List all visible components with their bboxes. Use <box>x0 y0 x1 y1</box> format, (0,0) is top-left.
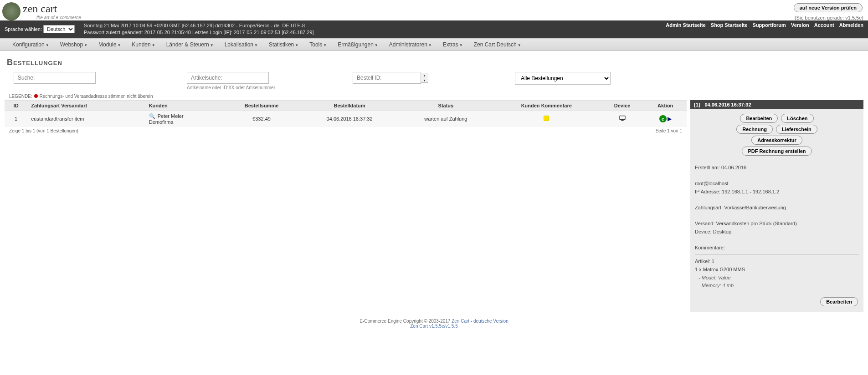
link-admin-home[interactable]: Admin Startseite <box>666 22 705 28</box>
footer-link-de[interactable]: deutsche Version <box>473 319 508 324</box>
detail-article-line: 1 x Matrox G200 MMS <box>695 266 859 274</box>
detail-date: 04.06.2016 16:37:32 <box>704 102 751 107</box>
footer-version-link[interactable]: Zen Cart v1.5.5e/v1.5.5 <box>410 324 458 329</box>
pager-left: Zeige 1 bis 1 (von 1 Bestellungen) <box>9 128 78 133</box>
col-total[interactable]: Bestellsumme <box>223 100 300 111</box>
brand-name: zen cart <box>23 3 81 15</box>
delete-button[interactable]: Löschen <box>781 114 813 123</box>
order-id-spinner[interactable]: ▲▼ <box>421 73 428 83</box>
col-customer[interactable]: Kunden <box>145 100 223 111</box>
footer: E-Commerce Engine Copyright © 2003-2017 … <box>0 312 868 335</box>
svg-rect-0 <box>620 116 625 120</box>
language-select[interactable]: Deutsch <box>43 25 75 33</box>
server-info-2: Passwort zuletzt geändert: 2017-05-20 21… <box>84 29 314 36</box>
col-status[interactable]: Status <box>399 100 493 111</box>
logo: zen cart the art of e-commerce <box>2 2 81 20</box>
brand-slogan: the art of e-commerce <box>36 15 81 20</box>
main-menu: Konfiguration▼ Webshop▼ Module▼ Kunden▼ … <box>0 38 868 51</box>
menu-administratoren[interactable]: Administratoren▼ <box>384 39 437 51</box>
pdf-invoice-button[interactable]: PDF Rechnung erstellen <box>742 147 812 156</box>
link-supportforum[interactable]: Supportforum <box>753 22 786 28</box>
comment-indicator-icon <box>544 116 549 121</box>
page-title: Bestellungen <box>7 58 868 67</box>
link-version[interactable]: Version <box>791 22 809 28</box>
col-comments[interactable]: Kunden Kommentare <box>493 100 601 111</box>
col-action[interactable]: Aktion <box>644 100 687 111</box>
edit-action-icon[interactable]: e <box>659 115 667 122</box>
article-search-input[interactable] <box>187 72 269 84</box>
address-correction-button[interactable]: Adresskorrektur <box>751 136 802 145</box>
orders-table: ID Zahlungsart Versandart Kunden Bestell… <box>5 100 687 127</box>
detail-created: Erstellt am: 04.06.2016 <box>695 164 859 172</box>
detail-attr-2: - Memory: 4 mb <box>695 282 859 290</box>
cell-date: 04.06.2016 16:37:32 <box>300 111 399 127</box>
desktop-icon <box>619 117 626 123</box>
legend-red-dot-icon <box>34 94 38 98</box>
menu-module[interactable]: Module▼ <box>93 39 126 51</box>
menu-webshop[interactable]: Webshop▼ <box>55 39 93 51</box>
server-info-1: Sonntag 21 Mai 2017 10:04:59 +0200 GMT [… <box>84 22 314 29</box>
order-id-input[interactable] <box>353 72 421 84</box>
menu-ermaessigungen[interactable]: Ermäßigungen▼ <box>332 39 384 51</box>
legend-text: Rechnungs- und Versandadresse stimmen ni… <box>40 94 153 99</box>
link-shop-home[interactable]: Shop Startseite <box>711 22 748 28</box>
packing-slip-button[interactable]: Lieferschein <box>776 125 817 134</box>
cell-status: warten auf Zahlung <box>399 111 493 127</box>
menu-konfiguration[interactable]: Konfiguration▼ <box>7 39 55 51</box>
cell-id: 1 <box>5 111 27 127</box>
search-input[interactable] <box>14 72 96 84</box>
magnifier-icon[interactable]: 🔍 <box>149 113 155 119</box>
edit-button-bottom[interactable]: Bearbeiten <box>820 297 858 306</box>
cell-action: e▶ <box>644 111 687 127</box>
svg-rect-2 <box>621 120 623 120</box>
detail-shipping: Versand: Versandkosten pro Stück (Standa… <box>695 220 859 228</box>
detail-device: Device: Desktop <box>695 228 859 236</box>
menu-statistiken[interactable]: Statistiken▼ <box>263 39 304 51</box>
cell-total: €332.49 <box>223 111 300 127</box>
detail-ip: IP Adresse: 192.168.1.1 - 192.168.1.2 <box>695 188 859 196</box>
menu-zencart-deutsch[interactable]: Zen Cart Deutsch▼ <box>468 39 527 51</box>
link-account[interactable]: Account <box>814 22 834 28</box>
menu-tools[interactable]: Tools▼ <box>304 39 332 51</box>
menu-extras[interactable]: Extras▼ <box>437 39 468 51</box>
link-logout[interactable]: Abmelden <box>839 22 863 28</box>
menu-kunden[interactable]: Kunden▼ <box>126 39 160 51</box>
footer-link-zencart[interactable]: Zen Cart <box>452 319 469 324</box>
cell-customer: 🔍 Peter Meier Demofirma <box>145 111 223 127</box>
detail-id: [1] <box>694 102 700 107</box>
invoice-button[interactable]: Rechnung <box>736 125 773 134</box>
legend-label: LEGENDE: <box>9 94 32 99</box>
article-search-hint: Artikelname oder ID:XX oder Artikelnumme… <box>187 85 275 90</box>
cell-comments <box>493 111 601 127</box>
language-label: Sprache wählen: <box>5 26 42 32</box>
col-payment[interactable]: Zahlungsart Versandart <box>27 100 145 111</box>
col-id[interactable]: ID <box>5 100 27 111</box>
detail-articles: Artikel: 1 <box>695 258 859 266</box>
cell-device <box>601 111 644 127</box>
pager-right: Seite 1 von 1 <box>656 128 682 133</box>
arrow-right-icon[interactable]: ▶ <box>668 116 672 122</box>
col-date[interactable]: Bestelldatum <box>300 100 399 111</box>
detail-payment: Zahlungsart: Vorkasse/Banküberweisung <box>695 204 859 212</box>
detail-comments: Kommentare: <box>695 244 859 252</box>
logo-icon <box>2 2 21 20</box>
detail-email: root@localhost <box>695 180 859 188</box>
svg-rect-1 <box>621 120 623 121</box>
menu-laender[interactable]: Länder & Steuern▼ <box>161 39 219 51</box>
top-links: Admin Startseite Shop Startseite Support… <box>662 22 863 36</box>
detail-panel: [1] 04.06.2016 16:37:32 Bearbeiten Lösch… <box>690 100 863 312</box>
status-filter-select[interactable]: Alle Bestellungen <box>515 72 611 85</box>
edit-button[interactable]: Bearbeiten <box>740 114 778 123</box>
info-bar: Sprache wählen: Deutsch Sonntag 21 Mai 2… <box>0 20 868 38</box>
table-row[interactable]: 1 eustandardtransfer item 🔍 Peter Meier … <box>5 111 687 127</box>
check-version-button[interactable]: auf neue Version prüfen <box>794 3 863 12</box>
menu-lokalisation[interactable]: Lokalisation▼ <box>219 39 263 51</box>
col-device[interactable]: Device <box>601 100 644 111</box>
cell-payment: eustandardtransfer item <box>27 111 145 127</box>
detail-attr-1: - Model: Value <box>695 274 859 282</box>
version-label: (Sie benutzen gerade: v1.5.5e) <box>793 15 863 20</box>
